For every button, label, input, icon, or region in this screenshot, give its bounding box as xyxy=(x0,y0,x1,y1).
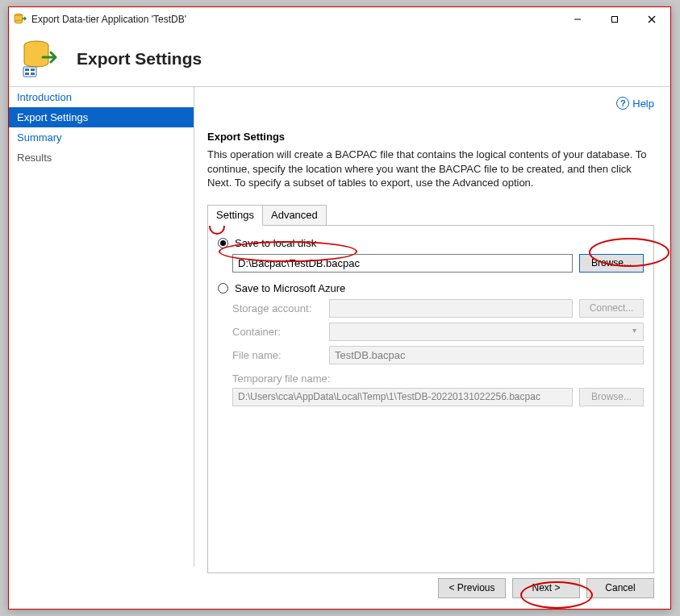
svg-rect-11 xyxy=(25,73,29,75)
step-export-settings[interactable]: Export Settings xyxy=(9,107,194,127)
next-button[interactable]: Next > xyxy=(512,578,580,598)
temp-file-field: D:\Users\cca\AppData\Local\Temp\1\TestDB… xyxy=(232,388,573,406)
radio-save-azure[interactable] xyxy=(218,283,228,293)
radio-save-local[interactable] xyxy=(218,238,228,248)
wizard-body: Introduction Export Settings Summary Res… xyxy=(9,87,670,567)
help-label: Help xyxy=(632,98,654,110)
svg-point-2 xyxy=(15,20,23,23)
maximize-button[interactable] xyxy=(596,7,633,31)
tab-advanced[interactable]: Advanced xyxy=(262,205,327,225)
connect-button: Connect... xyxy=(579,299,644,318)
storage-account-label: Storage account: xyxy=(232,302,329,314)
wizard-steps-sidebar: Introduction Export Settings Summary Res… xyxy=(9,87,194,567)
database-export-large-icon xyxy=(20,40,59,78)
step-results: Results xyxy=(9,148,194,168)
database-export-icon xyxy=(14,13,27,26)
step-summary[interactable]: Summary xyxy=(9,127,194,148)
tabpanel-settings: Save to local disk Browse... Save to Mic… xyxy=(207,225,654,573)
svg-rect-4 xyxy=(612,17,618,23)
window-controls xyxy=(559,7,670,31)
local-path-input[interactable] xyxy=(232,254,573,273)
minimize-button[interactable] xyxy=(559,7,596,31)
export-wizard-window: Export Data-tier Application 'TestDB' Ex… xyxy=(8,6,671,610)
wizard-footer: < Previous Next > Cancel xyxy=(9,567,670,609)
help-icon: ? xyxy=(616,97,629,110)
chevron-down-icon: ▾ xyxy=(628,326,640,337)
window-title: Export Data-tier Application 'TestDB' xyxy=(31,14,559,25)
step-introduction[interactable]: Introduction xyxy=(9,87,194,107)
file-name-field: TestDB.bacpac xyxy=(329,346,644,364)
cancel-button[interactable]: Cancel xyxy=(586,578,654,598)
titlebar: Export Data-tier Application 'TestDB' xyxy=(9,7,670,31)
svg-rect-12 xyxy=(31,73,35,75)
container-select: ▾ xyxy=(329,323,644,341)
save-local-label: Save to local disk xyxy=(235,237,316,249)
svg-rect-8 xyxy=(23,67,36,77)
tabstrip: Settings Advanced xyxy=(207,205,654,225)
wizard-header: Export Settings xyxy=(9,31,670,87)
storage-account-field xyxy=(329,299,573,318)
svg-rect-9 xyxy=(25,69,29,71)
wizard-main: ? Help Export Settings This operation wi… xyxy=(194,87,670,567)
save-azure-label: Save to Microsoft Azure xyxy=(235,282,345,294)
temp-browse-button: Browse... xyxy=(579,388,644,406)
previous-button[interactable]: < Previous xyxy=(438,578,506,598)
temp-file-label: Temporary file name: xyxy=(232,373,644,385)
section-title: Export Settings xyxy=(207,131,654,143)
save-local-radio-row[interactable]: Save to local disk xyxy=(218,237,644,249)
browse-button[interactable]: Browse... xyxy=(579,254,644,273)
save-azure-radio-row[interactable]: Save to Microsoft Azure xyxy=(218,282,644,294)
section-description: This operation will create a BACPAC file… xyxy=(207,148,654,190)
help-link[interactable]: ? Help xyxy=(616,97,654,110)
tab-settings[interactable]: Settings xyxy=(207,205,263,226)
container-label: Container: xyxy=(232,326,329,338)
close-button[interactable] xyxy=(633,7,670,31)
svg-rect-10 xyxy=(31,69,35,71)
page-title: Export Settings xyxy=(77,49,202,69)
file-name-label: File name: xyxy=(232,349,329,361)
